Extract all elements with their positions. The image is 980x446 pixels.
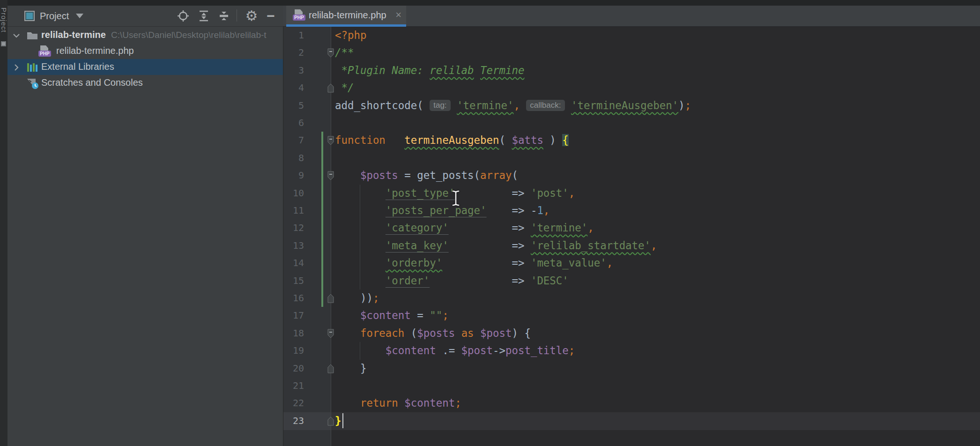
code-line-text: add_shortcode( tag: 'termine', callback:… <box>335 97 691 114</box>
settings-button[interactable]: ⚙ <box>245 9 258 22</box>
code-line-text: <?php <box>335 27 366 44</box>
fold-marker-end-icon[interactable] <box>327 364 334 373</box>
sidebar-item-external-libraries[interactable]: External Libraries <box>7 59 283 75</box>
fold-marker-end-icon[interactable] <box>327 83 334 93</box>
project-view-icon[interactable] <box>24 11 35 21</box>
code-line-text: )); <box>335 290 379 307</box>
close-icon[interactable]: × <box>395 9 401 21</box>
code-line-18[interactable]: 18 foreach ($posts as $post) { <box>283 325 980 342</box>
project-view-selector[interactable]: Project <box>40 11 69 22</box>
tree-item-label: Scratches and Consoles <box>41 77 143 88</box>
code-line-3[interactable]: 3 *Plugin Name: relilab Termine <box>283 62 980 79</box>
line-number-9: 9 <box>285 167 304 184</box>
code-line-23[interactable]: 23} <box>283 412 980 430</box>
code-line-text: function termineAusgeben( $atts ) { <box>335 132 569 149</box>
locate-button[interactable] <box>177 9 190 22</box>
fold-marker-end-icon[interactable] <box>327 294 334 303</box>
code-line-13[interactable]: 13 'meta_key' => 'relilab_startdate', <box>283 237 980 254</box>
external-libraries-icon <box>26 61 39 74</box>
fold-marker-collapse-icon[interactable] <box>327 136 334 145</box>
window-top-strip <box>0 0 980 6</box>
code-line-10[interactable]: 10 'post_type' => 'post', <box>283 185 980 202</box>
code-line-9[interactable]: 9 $posts = get_posts(array( <box>283 167 980 184</box>
tab-relilab-termine-php[interactable]: PHP relilab-termine.php × <box>286 6 406 27</box>
collapse-all-icon <box>218 10 230 22</box>
line-number-11: 11 <box>285 202 304 219</box>
code-line-text: $content = ""; <box>335 307 449 324</box>
tab-label: relilab-termine.php <box>309 10 386 21</box>
code-line-text: 'posts_per_page' => -1, <box>335 202 549 219</box>
code-line-21[interactable]: 21 <box>283 377 980 394</box>
chevron-down-icon[interactable] <box>12 31 21 40</box>
project-stripe-label[interactable]: Project <box>0 7 8 33</box>
php-file-icon: PHP <box>38 45 51 58</box>
code-line-text: } <box>335 360 366 377</box>
code-line-5[interactable]: 5add_shortcode( tag: 'termine', callback… <box>283 97 980 114</box>
code-line-4[interactable]: 4 */ <box>283 79 980 97</box>
fold-marker-end-icon[interactable] <box>327 416 334 426</box>
collapse-all-button[interactable] <box>217 9 230 22</box>
line-number-6: 6 <box>285 114 304 132</box>
line-number-3: 3 <box>285 62 304 79</box>
line-number-17: 17 <box>285 307 304 324</box>
code-line-8[interactable]: 8 <box>283 149 980 167</box>
sidebar-item-relilab-termine-php[interactable]: PHPrelilab-termine.php <box>7 43 283 59</box>
project-tool-window: Project ⚙ <box>7 6 283 446</box>
code-line-6[interactable]: 6 <box>283 114 980 132</box>
fold-marker-collapse-icon[interactable] <box>327 171 334 180</box>
code-line-text: 'category' => 'termine', <box>335 219 594 237</box>
scratches-icon <box>26 77 40 90</box>
code-editor[interactable]: 1<?php2/**3 *Plugin Name: relilab Termin… <box>283 27 980 446</box>
code-line-16[interactable]: 16 )); <box>283 290 980 307</box>
chevron-down-icon[interactable] <box>76 14 83 18</box>
chevron-right-icon[interactable] <box>12 63 21 72</box>
code-line-text: 'orderby' => 'meta_value', <box>335 254 613 272</box>
line-number-18: 18 <box>285 325 304 342</box>
project-panel-header: Project ⚙ <box>7 6 283 27</box>
sidebar-item-scratches-and-consoles[interactable]: Scratches and Consoles <box>7 75 283 91</box>
line-number-20: 20 <box>285 360 304 377</box>
line-number-15: 15 <box>285 272 304 290</box>
line-number-2: 2 <box>285 44 304 61</box>
code-line-1[interactable]: 1<?php <box>283 27 980 44</box>
tree-item-path: C:\Users\Daniel\Desktop\relilab\relilab-… <box>111 30 267 40</box>
code-line-22[interactable]: 22 return $content; <box>283 394 980 412</box>
code-line-17[interactable]: 17 $content = ""; <box>283 307 980 324</box>
line-number-5: 5 <box>285 97 304 114</box>
code-line-20[interactable]: 20 } <box>283 360 980 377</box>
code-line-14[interactable]: 14 'orderby' => 'meta_value', <box>283 254 980 272</box>
fold-marker-collapse-icon[interactable] <box>327 48 334 58</box>
line-number-16: 16 <box>285 290 304 307</box>
line-number-7: 7 <box>285 132 304 149</box>
code-line-11[interactable]: 11 'posts_per_page' => -1, <box>283 202 980 219</box>
code-line-15[interactable]: 15 'order' => 'DESC' <box>283 272 980 290</box>
php-badge: PHP <box>293 15 305 21</box>
tree-item-label: relilab-termine.php <box>56 45 134 56</box>
code-line-2[interactable]: 2/** <box>283 44 980 61</box>
line-number-21: 21 <box>285 377 304 394</box>
code-line-text: */ <box>335 79 354 97</box>
line-number-4: 4 <box>285 79 304 97</box>
expand-all-icon <box>198 10 210 22</box>
tool-window-stripe-icon[interactable] <box>1 41 6 46</box>
activity-stripe: Project <box>0 0 7 446</box>
gear-icon: ⚙ <box>245 9 258 22</box>
tree-item-label: relilab-termine <box>41 30 106 40</box>
sidebar-item-relilab-termine[interactable]: relilab-termineC:\Users\Daniel\Desktop\r… <box>7 27 283 43</box>
code-line-19[interactable]: 19 $content .= $post->post_title; <box>283 342 980 359</box>
code-line-12[interactable]: 12 'category' => 'termine', <box>283 219 980 237</box>
code-line-7[interactable]: 7function termineAusgeben( $atts ) { <box>283 132 980 149</box>
code-line-text: 'order' => 'DESC' <box>335 272 569 290</box>
line-number-12: 12 <box>285 219 304 237</box>
line-number-22: 22 <box>285 394 304 412</box>
toolbar-separator <box>237 9 237 22</box>
expand-all-button[interactable] <box>197 9 210 22</box>
locate-icon <box>177 10 189 22</box>
fold-marker-collapse-icon[interactable] <box>327 329 334 338</box>
hide-panel-button[interactable]: − <box>264 9 277 22</box>
code-line-text: return $content; <box>335 394 461 412</box>
folder-icon <box>26 30 38 41</box>
code-line-text: $content .= $post->post_title; <box>335 342 575 359</box>
mouse-cursor-ibeam <box>450 189 462 209</box>
panel-header-divider <box>7 26 283 27</box>
